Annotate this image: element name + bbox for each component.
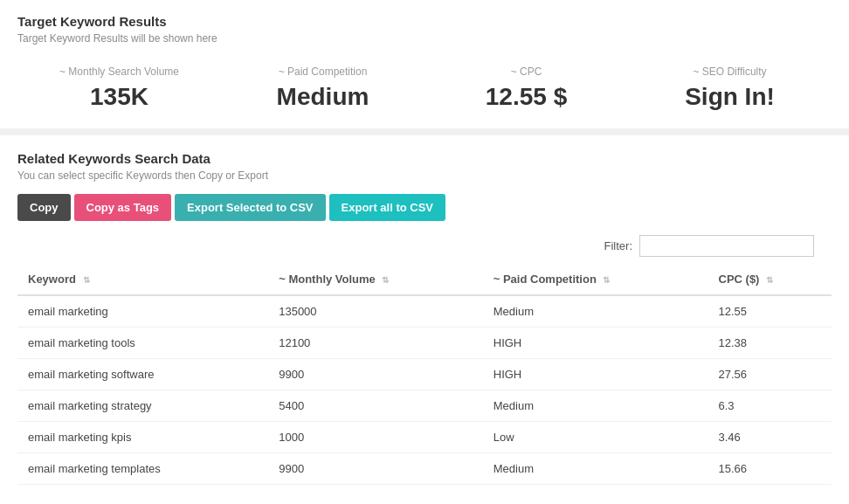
- cell-0-1: 135000: [268, 295, 483, 328]
- sort-icon-1: ⇅: [382, 275, 389, 285]
- metric-value-1: Medium: [221, 83, 424, 111]
- col-header-0[interactable]: Keyword ⇅: [17, 264, 268, 295]
- table-row[interactable]: email marketing tools12100HIGH12.38: [17, 328, 832, 359]
- action-button-2[interactable]: Export Selected to CSV: [175, 194, 325, 221]
- action-button-0[interactable]: Copy: [17, 194, 71, 221]
- cell-4-2: Low: [483, 422, 708, 453]
- col-header-1[interactable]: ~ Monthly Volume ⇅: [268, 264, 483, 295]
- table-container[interactable]: Keyword ⇅~ Monthly Volume ⇅~ Paid Compet…: [17, 264, 832, 485]
- cell-3-1: 5400: [268, 390, 483, 422]
- cell-4-0: email marketing kpis: [17, 422, 268, 453]
- filter-input[interactable]: [639, 235, 814, 257]
- sort-icon-3: ⇅: [766, 275, 773, 285]
- col-header-3[interactable]: CPC ($) ⇅: [708, 264, 832, 295]
- cell-1-3: 12.38: [708, 328, 832, 359]
- col-header-2[interactable]: ~ Paid Competition ⇅: [483, 264, 708, 295]
- cell-0-2: Medium: [483, 295, 708, 328]
- sort-icon-0: ⇅: [83, 275, 90, 285]
- cell-3-3: 6.3: [708, 390, 832, 422]
- cell-4-3: 3.46: [708, 422, 832, 453]
- related-subtitle: You can select specific Keywords then Co…: [17, 169, 832, 182]
- cell-3-2: Medium: [483, 390, 708, 422]
- metric-value-3: Sign In!: [628, 83, 832, 111]
- table-row[interactable]: email marketing kpis1000Low3.46: [17, 422, 832, 453]
- action-button-3[interactable]: Export all to CSV: [329, 194, 445, 221]
- metric-label-2: ~ CPC: [424, 66, 628, 78]
- table-row[interactable]: email marketing templates9900Medium15.66: [17, 453, 832, 485]
- metric-item-1: ~ Paid Competition Medium: [221, 66, 424, 111]
- metric-label-3: ~ SEO Difficulty: [628, 66, 832, 78]
- metric-label-1: ~ Paid Competition: [221, 66, 424, 78]
- metric-item-0: ~ Monthly Search Volume 135K: [17, 66, 221, 111]
- cell-5-1: 9900: [268, 453, 483, 485]
- buttons-row: CopyCopy as TagsExport Selected to CSVEx…: [17, 194, 832, 221]
- table-row[interactable]: email marketing strategy5400Medium6.3: [17, 390, 832, 422]
- cell-0-3: 12.55: [708, 295, 832, 328]
- cell-3-0: email marketing strategy: [17, 390, 268, 422]
- cell-2-2: HIGH: [483, 359, 708, 390]
- related-title: Related Keywords Search Data: [17, 151, 832, 166]
- keywords-table: Keyword ⇅~ Monthly Volume ⇅~ Paid Compet…: [17, 264, 832, 485]
- metrics-row: ~ Monthly Search Volume 135K ~ Paid Comp…: [17, 66, 832, 111]
- cell-1-2: HIGH: [483, 328, 708, 359]
- cell-5-0: email marketing templates: [17, 453, 268, 485]
- sort-icon-2: ⇅: [603, 275, 610, 285]
- metric-item-2: ~ CPC 12.55 $: [424, 66, 628, 111]
- cell-2-1: 9900: [268, 359, 483, 390]
- cell-2-0: email marketing software: [17, 359, 268, 390]
- cell-0-0: email marketing: [17, 295, 268, 328]
- related-section: Related Keywords Search Data You can sel…: [0, 135, 849, 485]
- cell-5-3: 15.66: [708, 453, 832, 485]
- header-row: Keyword ⇅~ Monthly Volume ⇅~ Paid Compet…: [17, 264, 832, 295]
- cell-1-0: email marketing tools: [17, 328, 268, 359]
- filter-row: Filter:: [17, 235, 832, 257]
- metric-value-2: 12.55 $: [424, 83, 628, 111]
- action-button-1[interactable]: Copy as Tags: [74, 194, 172, 221]
- table-body: email marketing135000Medium12.55email ma…: [17, 295, 832, 485]
- table-row[interactable]: email marketing135000Medium12.55: [17, 295, 832, 328]
- cell-5-2: Medium: [483, 453, 708, 485]
- table-row[interactable]: email marketing software9900HIGH27.56: [17, 359, 832, 390]
- metric-label-0: ~ Monthly Search Volume: [17, 66, 221, 78]
- filter-label: Filter:: [604, 239, 633, 252]
- summary-section: Target Keyword Results Target Keyword Re…: [0, 0, 849, 135]
- summary-title: Target Keyword Results: [17, 14, 832, 29]
- cell-2-3: 27.56: [708, 359, 832, 390]
- metric-value-0: 135K: [17, 83, 221, 111]
- metric-item-3: ~ SEO Difficulty Sign In!: [628, 66, 832, 111]
- cell-4-1: 1000: [268, 422, 483, 453]
- table-header: Keyword ⇅~ Monthly Volume ⇅~ Paid Compet…: [17, 264, 832, 295]
- summary-subtitle: Target Keyword Results will be shown her…: [17, 32, 832, 45]
- cell-1-1: 12100: [268, 328, 483, 359]
